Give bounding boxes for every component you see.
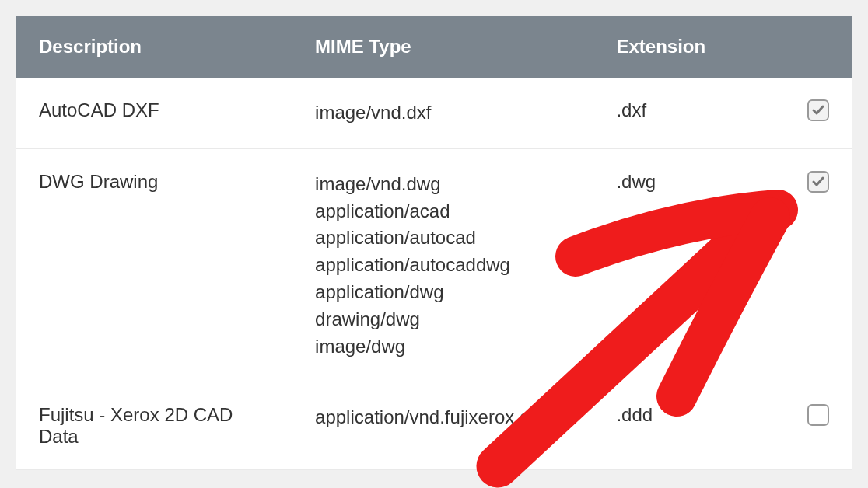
enable-checkbox[interactable]: [807, 171, 829, 193]
header-checkbox: [777, 16, 852, 78]
cell-mime: application/vnd.fujixerox.ddd: [292, 382, 593, 470]
mime-value: image/vnd.dwg: [315, 171, 569, 198]
cell-description: Fujitsu - Xerox 2D CAD Data: [16, 382, 292, 470]
cell-extension: .dxf: [593, 78, 777, 148]
mime-value: application/autocaddwg: [315, 252, 569, 279]
cell-description: DWG Drawing: [16, 148, 292, 382]
mime-value: image/dwg: [315, 333, 569, 361]
cell-checkbox: [777, 382, 852, 470]
cell-mime: image/vnd.dxf: [292, 78, 593, 148]
header-mime: MIME Type: [292, 16, 593, 78]
enable-checkbox[interactable]: [807, 404, 829, 426]
header-description: Description: [16, 16, 292, 78]
mime-value: application/autocad: [315, 225, 569, 252]
enable-checkbox[interactable]: [807, 99, 829, 121]
cell-mime: image/vnd.dwgapplication/acadapplication…: [292, 148, 593, 382]
mime-types-table: Description MIME Type Extension AutoCAD …: [16, 16, 852, 470]
cell-checkbox: [777, 148, 852, 382]
mime-value: image/vnd.dxf: [315, 99, 569, 127]
cell-description: AutoCAD DXF: [16, 78, 292, 148]
cell-checkbox: [777, 78, 852, 148]
mime-value: application/vnd.fujixerox.ddd: [315, 404, 569, 431]
table-row: AutoCAD DXFimage/vnd.dxf.dxf: [16, 78, 852, 148]
mime-value: application/dwg: [315, 279, 569, 306]
cell-extension: .dwg: [593, 148, 777, 382]
mime-value: drawing/dwg: [315, 306, 569, 333]
table-row: Fujitsu - Xerox 2D CAD Dataapplication/v…: [16, 382, 852, 470]
table-row: DWG Drawingimage/vnd.dwgapplication/acad…: [16, 148, 852, 382]
cell-extension: .ddd: [593, 382, 777, 470]
header-extension: Extension: [593, 16, 777, 78]
mime-value: application/acad: [315, 198, 569, 225]
